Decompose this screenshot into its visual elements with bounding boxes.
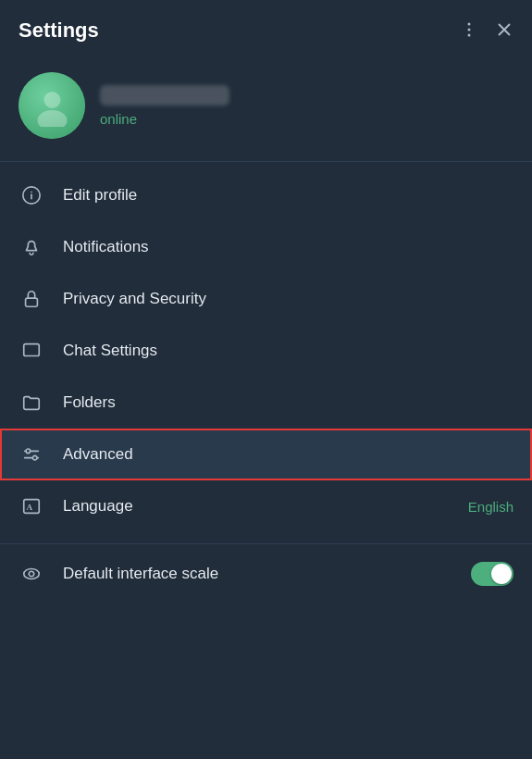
toggle-knob bbox=[491, 564, 512, 584]
lock-icon bbox=[19, 286, 44, 312]
avatar[interactable] bbox=[19, 72, 85, 139]
language-icon: A bbox=[19, 493, 44, 519]
profile-section: online bbox=[0, 57, 532, 161]
language-value: English bbox=[468, 499, 513, 515]
profile-info: online bbox=[100, 85, 229, 127]
interface-scale-label: Default interface scale bbox=[63, 565, 471, 583]
svg-point-5 bbox=[43, 92, 60, 108]
menu-item-folders[interactable]: Folders bbox=[0, 377, 532, 429]
folders-label: Folders bbox=[63, 393, 513, 412]
svg-point-1 bbox=[468, 28, 471, 31]
advanced-label: Advanced bbox=[63, 445, 513, 464]
menu-item-advanced[interactable]: Advanced bbox=[0, 429, 532, 480]
svg-rect-11 bbox=[24, 344, 40, 356]
folder-icon bbox=[19, 390, 44, 416]
menu-item-edit-profile[interactable]: Edit profile bbox=[0, 169, 532, 221]
more-vertical-icon[interactable] bbox=[460, 20, 478, 42]
svg-rect-10 bbox=[26, 298, 38, 306]
menu-item-chat-settings[interactable]: Chat Settings bbox=[0, 325, 532, 377]
svg-point-2 bbox=[468, 33, 471, 36]
info-icon bbox=[19, 182, 44, 208]
header-actions bbox=[460, 20, 513, 42]
bell-icon bbox=[19, 234, 44, 260]
menu-item-interface-scale[interactable]: Default interface scale bbox=[0, 548, 532, 600]
svg-point-19 bbox=[29, 571, 34, 577]
eye-icon bbox=[19, 561, 44, 587]
profile-status: online bbox=[100, 111, 229, 127]
menu-list: Edit profile Notifications Privacy and S… bbox=[0, 162, 532, 540]
notifications-label: Notifications bbox=[63, 238, 513, 256]
svg-text:A: A bbox=[27, 503, 33, 512]
svg-point-9 bbox=[31, 192, 32, 193]
language-label: Language bbox=[63, 497, 468, 516]
chat-settings-label: Chat Settings bbox=[63, 342, 513, 360]
svg-point-15 bbox=[32, 455, 37, 460]
svg-point-14 bbox=[26, 449, 31, 454]
chat-icon bbox=[19, 338, 44, 364]
edit-profile-label: Edit profile bbox=[63, 186, 513, 205]
svg-point-0 bbox=[468, 22, 471, 25]
profile-name bbox=[100, 85, 229, 106]
svg-point-6 bbox=[37, 110, 67, 127]
menu-item-notifications[interactable]: Notifications bbox=[0, 221, 532, 273]
menu-item-language[interactable]: A Language English bbox=[0, 480, 532, 532]
page-title: Settings bbox=[19, 19, 99, 43]
privacy-security-label: Privacy and Security bbox=[63, 290, 513, 308]
close-icon[interactable] bbox=[495, 20, 513, 42]
sliders-icon bbox=[19, 442, 44, 467]
bottom-divider bbox=[0, 543, 532, 544]
settings-header: Settings bbox=[0, 0, 532, 57]
svg-point-18 bbox=[24, 569, 40, 579]
interface-scale-toggle[interactable] bbox=[471, 562, 513, 586]
menu-item-privacy-security[interactable]: Privacy and Security bbox=[0, 273, 532, 325]
